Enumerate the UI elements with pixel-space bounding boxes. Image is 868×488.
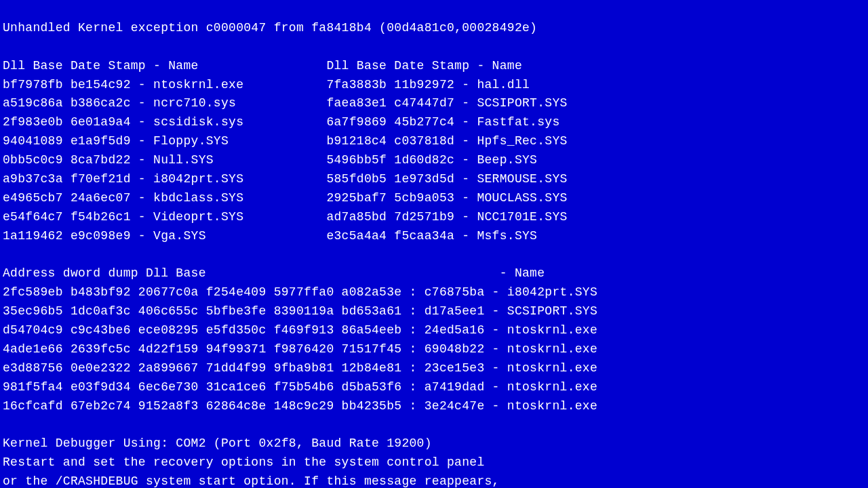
footer-line-1: Restart and set the recovery options in … [3, 455, 485, 469]
bsod-screen: Unhandled Kernel exception c0000047 from… [0, 0, 868, 488]
dump-header: Address dword dump Dll Base - Name [3, 266, 545, 280]
dword-dump-table: 2fc589eb b483bf92 20677c0a f254e409 5977… [3, 285, 597, 412]
footer-line-0: Kernel Debugger Using: COM2 (Port 0x2f8,… [3, 436, 432, 450]
footer-line-2: or the /CRASHDEBUG system start option. … [3, 474, 500, 488]
dll-table-header: Dll Base Date Stamp - Name Dll Base Date… [3, 59, 522, 73]
dll-table: bf7978fb be154c92 - ntoskrnl.exe 7fa3883… [3, 78, 568, 243]
exception-header: Unhandled Kernel exception c0000047 from… [3, 21, 537, 35]
